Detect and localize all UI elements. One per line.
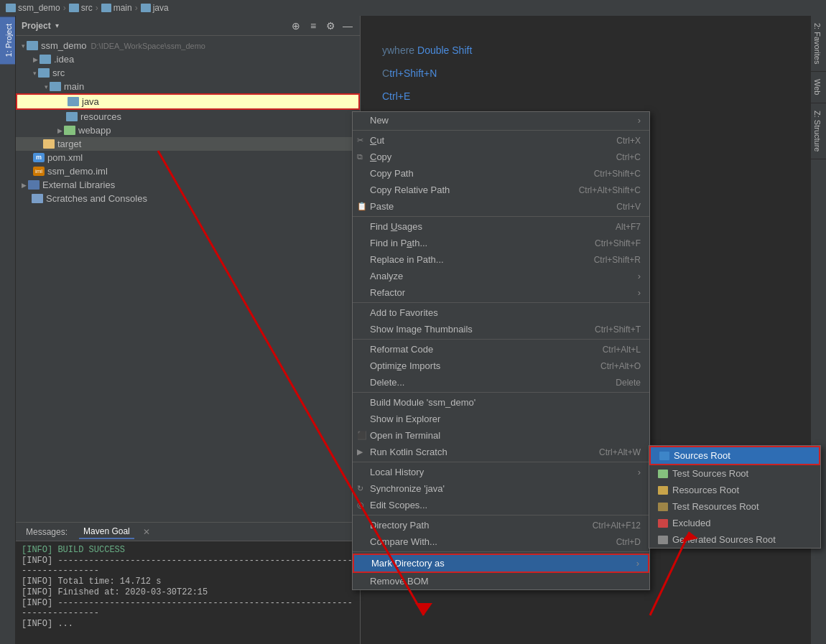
menu-item-add-favorites[interactable]: Add to Favorites xyxy=(353,304,649,321)
submenu-item-label: Excluded xyxy=(672,518,710,528)
menu-item-copy-path[interactable]: Copy Path Ctrl+Shift+C xyxy=(353,165,649,182)
menu-item-copy[interactable]: ⧉ Copy Ctrl+C xyxy=(353,149,649,165)
tree-item-main[interactable]: ▾ main xyxy=(16,80,360,93)
tree-item-resources[interactable]: resources xyxy=(16,110,360,123)
menu-item-show-explorer[interactable]: Show in Explorer xyxy=(353,411,649,427)
settings-icon[interactable]: ⚙ xyxy=(324,20,337,32)
submenu-arrow: › xyxy=(638,467,641,477)
sidebar-item-structure[interactable]: Z: Structure xyxy=(811,103,826,159)
menu-item-label: Show in Explorer xyxy=(370,414,440,424)
tree-item-pom-xml[interactable]: m pom.xml xyxy=(16,151,360,164)
menu-item-directory-path[interactable]: Directory Path Ctrl+Alt+F12 xyxy=(353,517,649,533)
menu-item-label: Find in Path... xyxy=(370,238,427,248)
locate-icon[interactable]: ⊕ xyxy=(289,20,302,32)
shortcut-copy: Ctrl+C xyxy=(616,152,641,162)
submenu-item-excluded[interactable]: Excluded xyxy=(649,515,820,531)
menu-item-image-thumbnails[interactable]: Show Image Thumbnails Ctrl+Shift+T xyxy=(353,321,649,337)
collapse-icon[interactable]: ≡ xyxy=(307,20,320,32)
close-icon[interactable]: — xyxy=(341,20,354,32)
project-folder-icon xyxy=(27,41,38,50)
tree-item-label: .idea xyxy=(54,54,74,65)
context-menu: New › ✂ Cut Ctrl+X ⧉ Copy Ctrl+C Copy Pa… xyxy=(352,111,650,590)
menu-item-find-in-path[interactable]: Find in Path... Ctrl+Shift+F xyxy=(353,235,649,251)
test-sources-root-icon xyxy=(658,470,668,478)
menu-item-compare-with[interactable]: Compare With... Ctrl+D xyxy=(353,533,649,550)
close-tab-btn[interactable]: ✕ xyxy=(143,527,150,537)
menu-item-analyze[interactable]: Analyze › xyxy=(353,268,649,284)
expand-arrow: ▾ xyxy=(33,70,37,77)
menu-item-mark-directory[interactable]: Mark Directory as › xyxy=(353,554,649,573)
menu-item-paste[interactable]: 📋 Paste Ctrl+V xyxy=(353,198,649,215)
menu-item-label: Remove BOM xyxy=(370,576,429,587)
menu-item-synchronize[interactable]: ↻ Synchronize 'java' xyxy=(353,480,649,497)
menu-item-label: Add to Favorites xyxy=(370,307,438,318)
tree-item-ext-libraries[interactable]: ▶ External Libraries xyxy=(16,178,360,192)
menu-item-new[interactable]: New › xyxy=(353,112,649,129)
submenu-item-resources-root[interactable]: Resources Root xyxy=(649,482,820,498)
menu-item-edit-scopes[interactable]: ◎ Edit Scopes... xyxy=(353,497,649,513)
bottom-panel-tabs: Messages: Maven Goal ✕ xyxy=(16,523,360,541)
menu-item-open-terminal[interactable]: ⬛ Open in Terminal xyxy=(353,427,649,444)
menu-item-label: Synchronize 'java' xyxy=(370,483,445,494)
menu-item-label: Copy Path xyxy=(370,168,414,179)
submenu-item-label: Generated Sources Root xyxy=(672,534,776,545)
tree-item-webapp[interactable]: ▶ webapp xyxy=(16,123,360,137)
right-sidebar: 2: Favorites Web Z: Structure xyxy=(810,16,826,644)
menu-item-cut[interactable]: ✂ Cut Ctrl+X xyxy=(353,132,649,149)
shortcut-cut: Ctrl+X xyxy=(616,136,641,146)
menu-item-label: Directory Path xyxy=(370,520,429,531)
menu-item-label: Optimize Imports xyxy=(370,360,440,371)
menu-item-build-module[interactable]: Build Module 'ssm_demo' xyxy=(353,394,649,411)
shortcut-find-in-path: Ctrl+Shift+F xyxy=(595,238,641,248)
tree-item-label: java xyxy=(82,96,99,107)
submenu-arrow: › xyxy=(638,115,641,126)
sidebar-item-web[interactable]: Web xyxy=(811,72,826,103)
menu-item-remove-bom[interactable]: Remove BOM xyxy=(353,573,649,589)
tree-item-label: target xyxy=(57,139,81,149)
tree-item-idea[interactable]: ▶ .idea xyxy=(16,52,360,66)
menu-item-delete[interactable]: Delete... Delete xyxy=(353,374,649,391)
sidebar-item-project[interactable]: 1: Project xyxy=(0,16,15,64)
hint-search-everywhere: ywhere Double Shift xyxy=(382,45,789,56)
menu-item-find-usages[interactable]: Find Usages Alt+F7 xyxy=(353,218,649,235)
menu-item-label: Copy Relative Path xyxy=(370,185,450,195)
menu-item-reformat[interactable]: Reformat Code Ctrl+Alt+L xyxy=(353,341,649,358)
bottom-panel: Messages: Maven Goal ✕ [INFO] BUILD SUCC… xyxy=(16,522,360,644)
scope-icon: ◎ xyxy=(357,500,364,510)
menu-item-local-history[interactable]: Local History › xyxy=(353,464,649,480)
menu-item-optimize-imports[interactable]: Optimize Imports Ctrl+Alt+O xyxy=(353,358,649,374)
submenu-item-generated-sources-root[interactable]: Generated Sources Root xyxy=(649,531,820,548)
menu-item-label: Open in Terminal xyxy=(370,430,440,441)
submenu-item-test-resources-root[interactable]: Test Resources Root xyxy=(649,498,820,515)
menu-item-replace-in-path[interactable]: Replace in Path... Ctrl+Shift+R xyxy=(353,251,649,268)
menu-item-label: Find Usages xyxy=(370,221,422,232)
tree-item-java[interactable]: java xyxy=(16,93,360,110)
menu-item-label: Compare With... xyxy=(370,536,437,547)
menu-item-label: Build Module 'ssm_demo' xyxy=(370,397,475,408)
shortcut-reformat: Ctrl+Alt+L xyxy=(603,345,641,355)
shortcut-run-kotlin: Ctrl+Alt+W xyxy=(599,447,641,457)
breadcrumb-src: src xyxy=(81,3,93,13)
project-tree: ▾ ssm_demo D:\IDEA_WorkSpace\ssm_demo ▶ … xyxy=(16,36,360,522)
menu-item-label: Local History xyxy=(370,467,424,477)
tree-item-label: ssm_demo xyxy=(41,40,87,51)
menu-item-run-kotlin[interactable]: ▶ Run Kotlin Scratch Ctrl+Alt+W xyxy=(353,444,649,460)
libraries-icon xyxy=(28,180,40,190)
menu-item-refactor[interactable]: Refactor › xyxy=(353,284,649,301)
sidebar-item-favorites[interactable]: 2: Favorites xyxy=(811,16,826,72)
tree-item-src[interactable]: ▾ src xyxy=(16,66,360,80)
menu-item-label: Analyze xyxy=(370,271,403,281)
breadcrumb-java: java xyxy=(153,3,169,13)
submenu-item-test-sources-root[interactable]: Test Sources Root xyxy=(649,465,820,482)
project-folder-icon xyxy=(6,4,16,12)
tree-item-ssm-demo[interactable]: ▾ ssm_demo D:\IDEA_WorkSpace\ssm_demo xyxy=(16,39,360,52)
dropdown-icon[interactable]: ▾ xyxy=(55,22,59,29)
tree-item-target[interactable]: target xyxy=(16,137,360,151)
tree-item-scratches[interactable]: Scratches and Consoles xyxy=(16,192,360,205)
menu-item-copy-relative-path[interactable]: Copy Relative Path Ctrl+Alt+Shift+C xyxy=(353,182,649,198)
submenu-item-sources-root[interactable]: Sources Root xyxy=(649,446,820,465)
tree-item-iml[interactable]: iml ssm_demo.iml xyxy=(16,164,360,178)
maven-goal-tab[interactable]: Maven Goal xyxy=(79,525,134,539)
project-panel: Project ▾ ⊕ ≡ ⚙ — ▾ ssm_demo D:\IDEA_Wor… xyxy=(16,16,361,644)
menu-item-label: Show Image Thumbnails xyxy=(370,324,473,335)
